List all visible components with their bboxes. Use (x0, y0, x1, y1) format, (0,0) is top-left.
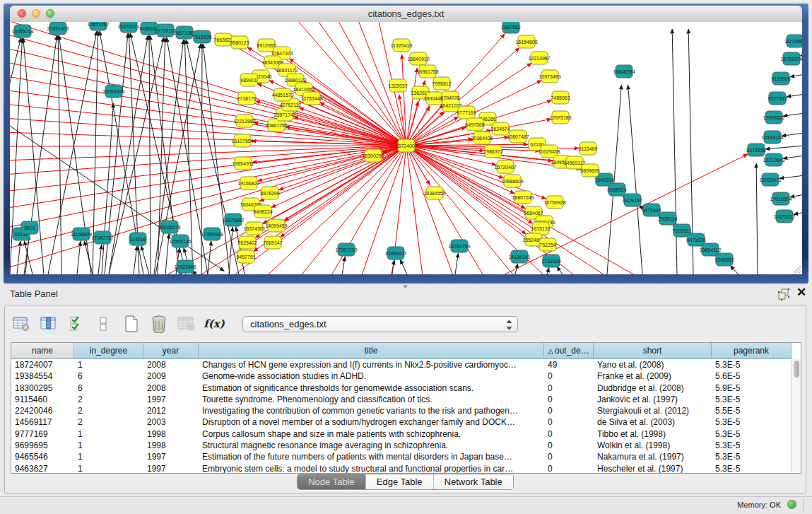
graph-node[interactable]: 19384554 (423, 187, 445, 199)
graph-node[interactable]: 9245652 (714, 253, 734, 266)
graph-node[interactable]: 6479197 (623, 194, 642, 206)
unselect-all-columns-icon[interactable] (95, 315, 113, 333)
graph-node[interactable]: 9498224 (253, 205, 272, 218)
graph-node[interactable]: 9777169 (457, 106, 476, 119)
graph-node[interactable]: 19166827 (237, 177, 259, 189)
graph-node[interactable]: 11675312 (774, 210, 796, 223)
graph-node[interactable]: 6497568 (465, 118, 484, 131)
graph-node[interactable]: 12444124 (761, 131, 783, 144)
graph-node[interactable]: 7485063 (551, 91, 570, 104)
graph-node[interactable]: 11124980 (784, 35, 802, 47)
graph-node[interactable]: 15751074 (780, 52, 802, 65)
graph-node[interactable]: 2687682 (501, 22, 520, 33)
graph-node[interactable]: 10688609 (501, 175, 523, 187)
select-columns-icon[interactable] (40, 315, 58, 333)
graph-node[interactable]: 10975887 (222, 214, 244, 226)
table-row[interactable]: 1456911722003Disruption of a novel membe… (11, 416, 792, 428)
column-header-in_degree[interactable]: in_degree (74, 343, 143, 359)
column-header-name[interactable]: name (11, 343, 74, 359)
graph-node[interactable]: 7955812 (432, 77, 451, 90)
tab-node-table[interactable]: Node Table (298, 474, 366, 489)
close-panel-icon[interactable]: ✕ (796, 286, 806, 300)
vertical-scrollbar[interactable] (792, 359, 801, 473)
delete-table-icon[interactable] (177, 315, 196, 333)
graph-node[interactable]: 17359928 (201, 228, 223, 240)
graph-node[interactable]: 18724007 (395, 139, 417, 152)
graph-node[interactable]: 1733426 (541, 255, 560, 267)
graph-node[interactable]: 12093822 (763, 111, 784, 124)
graph-node[interactable]: 12753442 (300, 92, 322, 105)
column-header-year[interactable]: year (143, 343, 199, 359)
graph-node[interactable]: 19654932 (232, 157, 254, 170)
table-row[interactable]: 946554611997Estimation of the future num… (11, 451, 792, 462)
graph-node[interactable]: 7986372 (483, 145, 502, 158)
graph-node[interactable]: 9115460 (579, 142, 598, 155)
graph-node[interactable]: 1322037 (388, 79, 407, 92)
tab-edge-table[interactable]: Edge Table (366, 474, 434, 489)
table-row[interactable]: 1830029562008Estimation of significance … (11, 382, 792, 394)
graph-node[interactable]: 18300295 (362, 149, 384, 162)
table-row[interactable]: 911546021997Tourette syndrome. Phenomeno… (11, 394, 792, 405)
scrollbar-thumb[interactable] (794, 361, 799, 378)
table-row[interactable]: 946362711997Embryonic stem cells: a mode… (11, 463, 792, 474)
resize-grip-icon[interactable] (792, 264, 801, 274)
graph-node[interactable]: 10973493 (539, 70, 560, 83)
table-row[interactable]: 969969511998Structural magnetic resonanc… (11, 440, 792, 451)
graph-node[interactable]: 7515526 (192, 30, 211, 43)
graph-node[interactable]: 9560123 (230, 36, 249, 49)
graph-node[interactable]: 9457791 (236, 250, 255, 263)
graph-node[interactable]: 8938924 (607, 183, 626, 196)
graph-node[interactable]: 10807487 (507, 130, 529, 143)
graph-node[interactable]: 114519 (129, 233, 146, 245)
graph-node[interactable]: 7625402 (237, 236, 257, 249)
graph-node[interactable]: 20053346 (102, 85, 124, 98)
table-row[interactable]: 977716911998Corpus callosum shape and si… (11, 428, 792, 440)
graph-node[interactable]: 44851573 (271, 88, 293, 101)
graph-node[interactable]: 13055714 (11, 25, 33, 37)
graph-node[interactable]: 12505135 (169, 235, 191, 247)
tab-network-table[interactable]: Network Table (434, 474, 513, 489)
graph-node[interactable]: 9474444 (642, 204, 661, 216)
graph-node[interactable]: 10958107 (384, 247, 406, 259)
graph-node[interactable]: 8215958 (746, 144, 765, 156)
select-all-columns-icon[interactable] (67, 315, 86, 333)
table-selector-dropdown[interactable]: citations_edges.txt (242, 316, 518, 332)
graph-node[interactable]: 15992971 (759, 173, 781, 186)
graph-node[interactable]: 9899695 (580, 164, 599, 177)
graph-node[interactable]: 1615132 (531, 222, 550, 235)
graph-node[interactable]: 16782759 (448, 240, 470, 252)
graph-node[interactable]: 17957299 (335, 243, 357, 256)
graph-node[interactable]: 2718170 (237, 92, 256, 105)
graph-node[interactable]: 989901 (240, 74, 257, 86)
graph-node[interactable]: 15720407 (494, 160, 516, 173)
table-row[interactable]: 1872400712008Changes of HCN gene express… (11, 359, 792, 370)
graph-node[interactable]: 16107554 (231, 134, 253, 147)
graph-node[interactable]: 18640910 (407, 52, 429, 65)
graph-node[interactable]: 8878299 (260, 187, 279, 199)
graph-node[interactable]: 15276021 (117, 22, 139, 33)
create-column-icon[interactable] (122, 315, 141, 333)
graph-node[interactable]: 10653287 (87, 22, 109, 30)
graph-node[interactable]: 17016504 (770, 192, 792, 205)
graph-node[interactable]: 17042737 (91, 231, 113, 244)
column-header-out_de[interactable]: △out_de… (544, 343, 594, 359)
table-settings-icon[interactable] (12, 315, 30, 333)
graph-node[interactable]: 16210643 (763, 153, 784, 166)
table-row[interactable]: 1938455462009Genome-wide association stu… (11, 370, 792, 382)
float-panel-icon[interactable] (777, 288, 790, 300)
graph-node[interactable]: 16374301 (243, 222, 265, 235)
graph-node[interactable]: 12213987 (528, 52, 550, 64)
column-header-title[interactable]: title (199, 343, 544, 359)
network-window-titlebar[interactable]: citations_edges.txt (10, 6, 802, 23)
column-header-pagerank[interactable]: pagerank (712, 343, 792, 359)
panel-splitter[interactable] (402, 284, 408, 288)
column-header-short[interactable]: short (594, 343, 712, 359)
graph-node[interactable]: 12213983 (233, 115, 255, 127)
graph-node[interactable]: 14099459 (265, 219, 287, 232)
graph-node[interactable]: 20891406 (47, 22, 69, 35)
graph-node[interactable]: 9129966 (771, 72, 790, 85)
graph-node[interactable]: 18807249 (512, 191, 534, 204)
graph-node[interactable]: 11156809 (71, 228, 92, 240)
graph-node[interactable]: 16756928 (543, 196, 565, 209)
graph-node[interactable]: 16154808 (515, 35, 537, 48)
